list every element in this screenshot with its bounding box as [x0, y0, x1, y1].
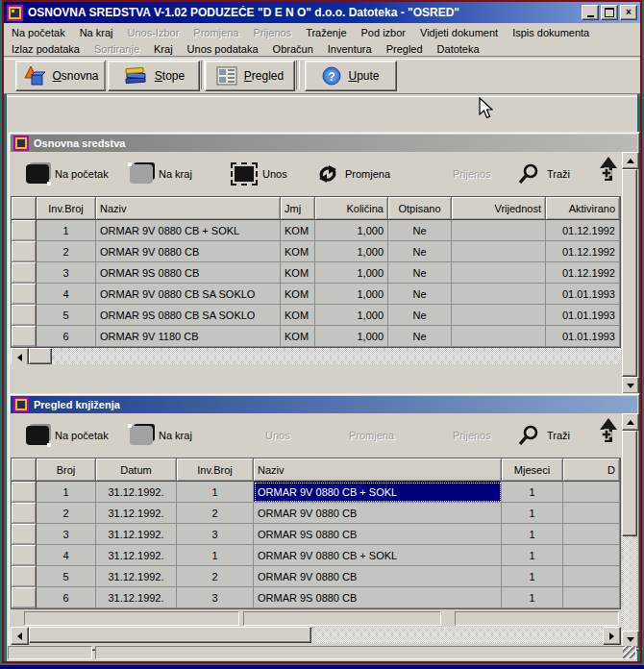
column-header-broj[interactable]: Broj [37, 458, 96, 482]
resize-grip[interactable] [623, 646, 635, 658]
table-cell[interactable]: Ne [388, 305, 452, 326]
table-cell[interactable]: Ne [388, 241, 452, 262]
table-cell[interactable]: ORMAR 9V 0880 CB [254, 503, 502, 524]
table-cell[interactable]: 3 [177, 587, 254, 608]
table-cell[interactable]: ORMAR 9V 0880 CB + SOKL [96, 220, 281, 241]
table-cell[interactable]: ORMAR 9V 0880 CB + SOKL [254, 482, 502, 503]
table-cell[interactable]: 31.12.1992. [96, 545, 177, 566]
row-selector[interactable] [12, 241, 37, 262]
table-cell[interactable]: 1 [502, 545, 563, 566]
table-cell[interactable]: 1,000 [315, 262, 388, 284]
scroll-thumb[interactable] [622, 431, 637, 536]
ledger-search-button[interactable]: Traži [518, 421, 570, 450]
table-cell[interactable]: Ne [388, 326, 452, 347]
table-cell[interactable] [452, 220, 546, 241]
scroll-track[interactable] [52, 348, 621, 364]
table-cell[interactable]: 1 [502, 587, 563, 608]
column-header-inv-broj[interactable]: Inv.Broj [177, 458, 254, 482]
ledger-first-button[interactable]: Na početak [26, 421, 109, 450]
menu-item-vidjeti-dokument[interactable]: Vidjeti dokument [420, 27, 498, 38]
row-selector[interactable] [12, 326, 37, 347]
table-cell[interactable] [563, 566, 620, 587]
table-cell[interactable]: ORMAR 9S 0880 CB [96, 262, 281, 284]
menu-item-kraj[interactable]: Kraj [154, 43, 173, 55]
table-cell[interactable]: Ne [388, 220, 452, 241]
ledger-last-button[interactable]: Na kraj [130, 421, 192, 450]
column-header-jmj[interactable]: Jmj [281, 197, 315, 220]
table-cell[interactable]: 1,000 [315, 241, 388, 262]
table-cell[interactable]: KOM [281, 262, 315, 284]
table-cell[interactable]: ORMAR 9V 0880 CB SA SOKLO [96, 284, 281, 305]
table-cell[interactable]: 2 [177, 566, 254, 587]
table-cell[interactable]: 2 [177, 503, 254, 524]
pregled-button[interactable]: Pregled [205, 61, 295, 91]
table-cell[interactable]: KOM [281, 326, 315, 347]
scroll-up-button[interactable] [622, 152, 639, 169]
table-cell[interactable]: 31.12.1992. [96, 503, 177, 524]
column-header-otpisano[interactable]: Otpisano [388, 197, 452, 220]
table-cell[interactable]: 5 [37, 305, 96, 326]
assets-last-button[interactable]: Na kraj [130, 160, 192, 188]
scroll-up-button[interactable] [622, 413, 639, 431]
table-cell[interactable]: 2 [37, 241, 96, 262]
table-cell[interactable] [452, 241, 546, 262]
scroll-left-button[interactable] [11, 627, 29, 645]
menu-item-trazenje[interactable]: Traženje [306, 27, 346, 38]
table-cell[interactable]: 01.12.1992 [546, 220, 620, 241]
row-selector[interactable] [12, 545, 37, 566]
column-header-naziv[interactable]: Naziv [254, 458, 502, 482]
assets-panel-titlebar[interactable]: Osnovna sredstva [11, 135, 637, 152]
table-cell[interactable]: KOM [281, 241, 315, 262]
table-cell[interactable]: 01.12.1992 [546, 241, 620, 262]
assets-search-button[interactable]: Traži [518, 160, 570, 188]
table-cell[interactable]: 5 [37, 566, 96, 587]
column-header-datum[interactable]: Datum [96, 458, 177, 482]
column-header-d[interactable]: D [563, 458, 620, 482]
close-button[interactable]: × [620, 5, 637, 20]
menu-item-obracun[interactable]: Obračun [273, 43, 313, 55]
table-cell[interactable]: 01.01.1993 [546, 305, 620, 326]
table-cell[interactable]: 2 [37, 503, 96, 524]
app-icon[interactable] [7, 5, 23, 21]
insert-jump-arrow-icon[interactable] [598, 417, 619, 446]
table-cell[interactable] [452, 326, 546, 347]
assets-horizontal-scrollbar[interactable] [11, 348, 621, 364]
menu-item-na-pocetak[interactable]: Na početak [12, 27, 65, 38]
row-selector[interactable] [12, 220, 37, 241]
scroll-down-button[interactable] [622, 377, 639, 394]
table-cell[interactable]: KOM [281, 220, 315, 241]
row-selector[interactable] [12, 262, 37, 284]
row-selector[interactable] [12, 503, 37, 524]
menu-item-inventura[interactable]: Inventura [328, 43, 372, 55]
row-selector[interactable] [12, 284, 37, 305]
upute-button[interactable]: ? Upute [305, 61, 397, 91]
table-cell[interactable]: 01.12.1992 [546, 262, 620, 284]
table-cell[interactable]: 31.12.1992. [96, 587, 177, 608]
table-cell[interactable] [563, 587, 620, 608]
menu-item-pregled[interactable]: Pregled [386, 43, 423, 55]
scroll-right-button[interactable] [603, 627, 621, 645]
row-selector[interactable] [12, 482, 37, 503]
row-selector[interactable] [12, 587, 37, 608]
table-cell[interactable]: ORMAR 9V 1180 CB [96, 326, 281, 347]
table-cell[interactable]: 1,000 [315, 284, 388, 305]
column-header-kolicina[interactable]: Količina [315, 197, 388, 220]
table-cell[interactable]: 1 [37, 482, 96, 503]
menu-item-pod-izbor[interactable]: Pod izbor [361, 27, 406, 38]
table-cell[interactable]: 4 [37, 545, 96, 566]
assets-change-button[interactable]: Promjena [316, 160, 390, 188]
column-header-aktivirano[interactable]: Aktivirano [546, 197, 620, 220]
table-cell[interactable]: 1,000 [315, 305, 388, 326]
scroll-track[interactable] [622, 536, 637, 631]
scroll-thumb[interactable] [622, 169, 637, 377]
table-cell[interactable]: ORMAR 9V 0880 CB [254, 566, 502, 587]
scroll-thumb[interactable] [29, 627, 311, 643]
table-cell[interactable]: 1 [177, 545, 254, 566]
table-cell[interactable]: 01.01.1993 [546, 284, 620, 305]
row-selector[interactable] [12, 566, 37, 587]
column-header-naziv[interactable]: Naziv [96, 197, 281, 220]
menu-item-ispis-dokumenta[interactable]: Ispis dokumenta [512, 27, 589, 38]
table-cell[interactable]: ORMAR 9S 0880 CB [254, 524, 502, 545]
table-cell[interactable]: 31.12.1992. [96, 566, 177, 587]
scroll-thumb[interactable] [29, 348, 52, 364]
